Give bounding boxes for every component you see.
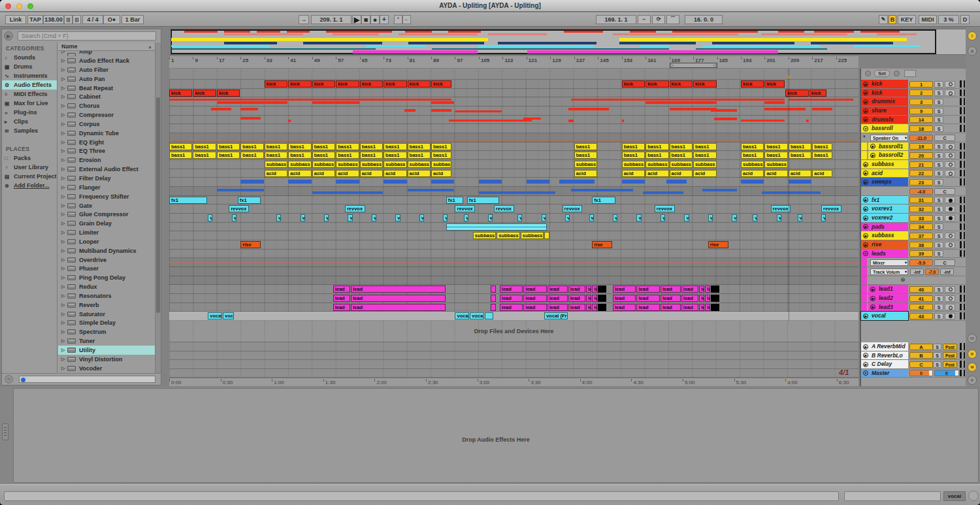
device-item[interactable]: ▷Multiband Dynamics	[58, 246, 155, 255]
clip[interactable]: le	[592, 285, 597, 293]
expand-triangle-icon[interactable]: ▷	[61, 346, 65, 355]
solo-button[interactable]: S	[934, 179, 943, 186]
expand-triangle-icon[interactable]: ▷	[61, 110, 65, 120]
track-header-autoval[interactable]: -4.0C	[861, 187, 967, 196]
expand-triangle-icon[interactable]: ▷	[61, 51, 65, 52]
clip[interactable]	[762, 191, 821, 194]
clip[interactable]: lead	[636, 295, 659, 302]
clip[interactable]	[741, 120, 785, 122]
clip[interactable]: le	[705, 304, 710, 311]
solo-button[interactable]: S	[934, 99, 943, 105]
clip[interactable]: subbass	[574, 161, 597, 168]
clip[interactable]: bass1	[360, 143, 383, 150]
arrangement-position-display[interactable]: 209. 1. 1	[311, 15, 351, 24]
clip[interactable]: acid	[408, 170, 431, 177]
clip[interactable]	[431, 109, 451, 112]
expand-triangle-icon[interactable]: ▷	[61, 237, 65, 246]
clip[interactable]: vc	[419, 214, 424, 221]
arm-button[interactable]	[945, 313, 955, 319]
sidebar-item-midi-effects[interactable]: ≡MIDI Effects	[2, 90, 57, 99]
clip[interactable]: vc	[542, 214, 546, 221]
clip[interactable]: vocal (F	[208, 312, 222, 319]
nudge-down-button[interactable]: |||	[64, 15, 73, 24]
solo-button[interactable]: S	[934, 286, 943, 293]
solo-button[interactable]: S	[933, 352, 941, 359]
clip[interactable]	[544, 232, 549, 239]
clip[interactable]: bass1	[622, 143, 645, 150]
expand-triangle-icon[interactable]: ▷	[61, 174, 65, 183]
clip[interactable]	[240, 180, 263, 184]
clip[interactable]: acid	[431, 170, 451, 177]
clip[interactable]: bass1	[384, 143, 406, 150]
device-item[interactable]: ▷Utility	[58, 346, 155, 355]
track-number[interactable]: 33	[909, 215, 933, 221]
expand-triangle-icon[interactable]: ▷	[61, 84, 65, 93]
track-number[interactable]: 37	[909, 233, 933, 239]
midi-map-button[interactable]: MIDI	[919, 15, 937, 24]
expand-triangle-icon[interactable]: ▷	[61, 301, 65, 310]
clip[interactable]: vc	[348, 214, 352, 221]
clip[interactable]: vc	[372, 214, 376, 221]
arm-button[interactable]	[945, 161, 955, 168]
clip[interactable]	[622, 180, 645, 184]
return-track-header-c[interactable]: ▶C DelayCSPost	[861, 360, 967, 369]
time-ruler[interactable]: 0:000:301:001:302:002:303:003:304:004:30…	[169, 378, 858, 386]
clip[interactable]	[527, 180, 549, 184]
clip[interactable]	[404, 109, 416, 112]
expand-triangle-icon[interactable]: ▷	[61, 165, 65, 174]
expand-triangle-icon[interactable]: ▷	[61, 74, 65, 84]
track-number[interactable]: 22	[909, 170, 933, 176]
track-header-share[interactable]: ▶share9S	[861, 106, 967, 116]
clip[interactable]: bass1	[217, 152, 240, 159]
clip[interactable]: acid	[360, 170, 383, 177]
clip[interactable]: rise	[240, 241, 261, 248]
device-item[interactable]: ▷Simple Delay	[58, 318, 155, 327]
clip[interactable]: kick	[764, 80, 785, 88]
expand-triangle-icon[interactable]: ▷	[61, 92, 65, 101]
clip[interactable]: vc	[636, 214, 641, 221]
clip[interactable]: lead	[333, 295, 350, 302]
device-item[interactable]: ▷Vinyl Distortion	[58, 355, 155, 364]
track-play-icon[interactable]: ▶	[870, 287, 875, 292]
clip[interactable]: revvox	[494, 205, 514, 212]
arm-button[interactable]	[945, 215, 955, 221]
clip[interactable]: kick	[384, 80, 406, 88]
pan-value[interactable]: C	[934, 188, 955, 195]
track-play-icon[interactable]: ▶	[863, 82, 868, 87]
clip[interactable]: bass1	[670, 152, 693, 159]
clip[interactable]: le	[586, 295, 591, 302]
track-play-icon[interactable]: ▶	[863, 197, 868, 203]
master-automation-line[interactable]	[169, 373, 858, 374]
arrangement-view-toggle[interactable]: ≡	[968, 31, 977, 41]
device-item[interactable]: ▷Auto Pan	[58, 74, 155, 84]
expand-triangle-icon[interactable]: ▷	[61, 355, 65, 364]
clip[interactable]: bass1	[789, 143, 811, 150]
quantization-menu[interactable]: 1 Bar	[122, 15, 144, 24]
clip[interactable]: fx1	[238, 197, 261, 204]
clip[interactable]: vc	[517, 214, 522, 221]
clip[interactable]: bass1	[574, 143, 597, 150]
track-play-icon[interactable]: ▶	[863, 362, 868, 367]
clip[interactable]	[431, 101, 454, 104]
arrangement-drop-area[interactable]: Drop Files and Devices Here	[169, 321, 858, 342]
arm-button[interactable]	[945, 197, 955, 203]
back-to-arrangement-button[interactable]: ←	[402, 15, 411, 24]
master-track-header[interactable]: ▼Master00	[861, 369, 967, 378]
device-item[interactable]: ▷Audio Effect Rack	[58, 56, 155, 65]
track-header-bassroll1[interactable]: ▶bassroll119S	[861, 142, 967, 152]
track-play-icon[interactable]: ▶	[870, 153, 875, 158]
clip[interactable]: kick	[265, 80, 287, 88]
device-item[interactable]: ▷Dynamic Tube	[58, 129, 155, 138]
clip[interactable]: lead	[613, 295, 636, 302]
solo-button[interactable]: S	[933, 361, 941, 368]
track-number[interactable]: 38	[909, 242, 933, 248]
punch-set-icon[interactable]	[894, 71, 900, 76]
arm-button[interactable]	[945, 233, 955, 239]
clip[interactable]	[491, 304, 496, 311]
clip[interactable]: bass1	[431, 143, 451, 150]
arm-button[interactable]	[945, 295, 955, 302]
track-header-kick[interactable]: ▶kick1S	[861, 80, 967, 89]
device-view-handle[interactable]	[2, 423, 8, 440]
clip[interactable]: subbass	[741, 161, 764, 168]
expand-triangle-icon[interactable]: ▷	[61, 101, 65, 110]
